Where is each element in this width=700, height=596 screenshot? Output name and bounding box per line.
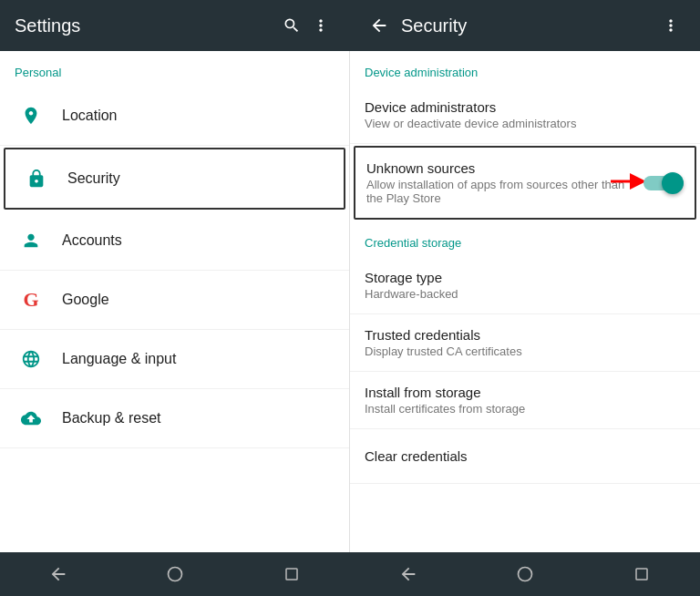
sidebar-item-language[interactable]: Language & input — [0, 330, 349, 389]
home-nav-button-right[interactable] — [507, 556, 543, 592]
install-from-storage-item[interactable]: Install from storage Install certificate… — [350, 372, 700, 429]
more-menu-button-right[interactable] — [656, 11, 685, 40]
sidebar-item-backup[interactable]: Backup & reset — [0, 389, 349, 448]
right-panel: Device administration Device administrat… — [350, 51, 700, 552]
svg-rect-3 — [286, 569, 297, 580]
sidebar-item-google[interactable]: G Google — [0, 271, 349, 330]
search-button[interactable] — [277, 11, 306, 40]
storage-type-title: Storage type — [365, 270, 685, 285]
unknown-sources-toggle[interactable] — [643, 172, 684, 194]
back-button[interactable] — [365, 11, 394, 40]
language-label: Language & input — [62, 351, 176, 367]
home-nav-button-left[interactable] — [157, 556, 193, 592]
bottom-nav-right — [350, 556, 700, 592]
security-label: Security — [67, 170, 120, 187]
trusted-credentials-item[interactable]: Trusted credentials Display trusted CA c… — [350, 314, 700, 372]
svg-rect-5 — [636, 569, 647, 580]
sidebar-item-location[interactable]: Location — [0, 87, 349, 146]
device-admin-subtitle: View or deactivate device administrators — [365, 117, 685, 130]
trusted-creds-title: Trusted credentials — [365, 327, 685, 343]
recent-nav-button-right[interactable] — [623, 556, 660, 592]
backup-label: Backup & reset — [62, 410, 161, 426]
sidebar-item-security[interactable]: Security — [4, 148, 345, 210]
install-storage-title: Install from storage — [365, 385, 685, 400]
trusted-creds-subtitle: Display trusted CA certificates — [365, 344, 685, 358]
device-admin-section-label: Device administration — [350, 51, 700, 87]
bottom-bar — [0, 552, 700, 596]
top-bar-left: Settings — [0, 11, 350, 40]
install-storage-subtitle: Install certificates from storage — [365, 402, 685, 416]
top-bar: Settings Security — [0, 0, 700, 51]
svg-point-4 — [519, 568, 532, 581]
back-nav-button-right[interactable] — [390, 556, 427, 592]
back-nav-button-left[interactable] — [40, 556, 77, 592]
unknown-sources-item[interactable]: Unknown sources Allow installation of ap… — [354, 146, 696, 220]
install-storage-text: Install from storage Install certificate… — [365, 385, 685, 416]
recent-nav-button-left[interactable] — [273, 556, 310, 592]
language-icon — [15, 343, 47, 375]
storage-type-item[interactable]: Storage type Hardware-backed — [350, 257, 700, 314]
section-title: Security — [401, 15, 656, 36]
location-icon — [15, 99, 47, 132]
device-administrators-item[interactable]: Device administrators View or deactivate… — [350, 87, 700, 144]
bottom-nav-left — [0, 556, 350, 592]
backup-icon — [15, 402, 47, 435]
sidebar-item-accounts[interactable]: Accounts — [0, 211, 349, 271]
location-label: Location — [62, 108, 118, 124]
storage-type-subtitle: Hardware-backed — [365, 287, 685, 301]
accounts-icon — [15, 224, 47, 257]
accounts-label: Accounts — [62, 232, 122, 249]
trusted-creds-text: Trusted credentials Display trusted CA c… — [365, 327, 685, 358]
credential-section-label: Credential storage — [350, 221, 700, 257]
device-admin-text: Device administrators View or deactivate… — [365, 99, 685, 130]
storage-type-text: Storage type Hardware-backed — [365, 270, 685, 301]
unknown-sources-title: Unknown sources — [366, 160, 643, 176]
unknown-sources-text: Unknown sources Allow installation of ap… — [366, 160, 643, 205]
clear-credentials-item[interactable]: Clear credentials — [350, 429, 700, 484]
google-label: Google — [62, 292, 109, 308]
clear-creds-title: Clear credentials — [365, 448, 685, 464]
more-menu-button-left[interactable] — [306, 11, 335, 40]
google-icon: G — [15, 283, 47, 316]
security-icon — [20, 162, 53, 195]
top-bar-right: Security — [350, 11, 700, 40]
toggle-thumb — [662, 172, 684, 194]
unknown-sources-subtitle: Allow installation of apps from sources … — [366, 178, 643, 205]
left-panel: Personal Location Security — [0, 51, 350, 552]
main-content: Personal Location Security — [0, 51, 700, 552]
personal-section-label: Personal — [0, 51, 349, 87]
app-title: Settings — [15, 15, 277, 36]
clear-creds-text: Clear credentials — [365, 448, 685, 464]
svg-point-2 — [169, 568, 182, 581]
device-admin-title: Device administrators — [365, 99, 685, 115]
